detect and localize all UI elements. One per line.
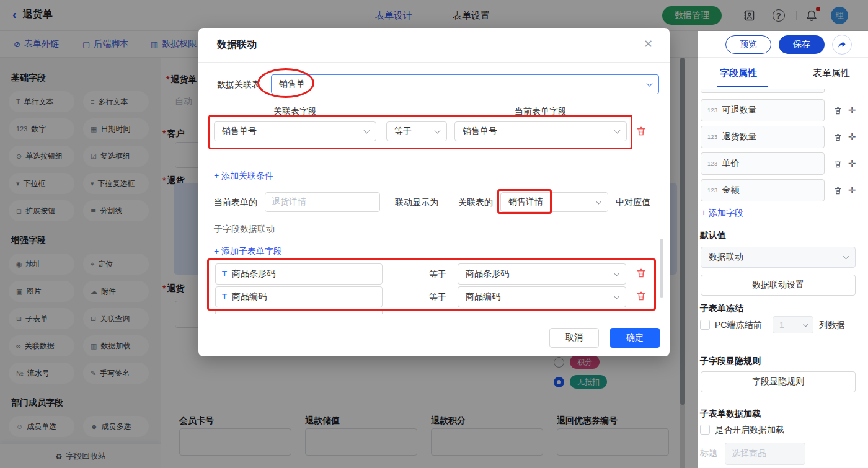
text-type-icon: T: [222, 293, 227, 302]
modal-title: 数据联动: [217, 38, 257, 51]
subfield-label: 金额: [722, 185, 740, 196]
save-button[interactable]: 保存: [779, 35, 825, 54]
default-value-label: 默认值: [700, 230, 726, 241]
subfield-item[interactable]: 123可退数量: [701, 99, 825, 121]
delete-subrow2-icon[interactable]: [636, 290, 647, 302]
current-field-placeholder: 退货详情: [272, 196, 306, 208]
linked-table-select[interactable]: 销售单: [271, 74, 659, 94]
subfield-label: 可退数量: [722, 105, 757, 116]
move-field-icon[interactable]: ✛: [846, 105, 857, 116]
subrow1-right-value: 商品条形码: [466, 268, 509, 280]
chevron-down-icon: [614, 293, 620, 299]
app-root: ‹ 退货单 表单设计 表单设置 数据管理 ? 理 ⊘ 表单外链 ▢ 后端脚本 ▥…: [0, 0, 868, 468]
condition-left-value: 销售单号: [222, 126, 257, 137]
subfield-item[interactable]: 123金额: [701, 179, 825, 201]
move-field-icon[interactable]: ✛: [846, 185, 857, 196]
delete-field-icon[interactable]: [832, 158, 843, 169]
subrow2-left-value: 商品编码: [232, 291, 267, 302]
title-value: 选择商品: [732, 448, 766, 459]
number-type-icon: 123: [707, 161, 718, 167]
tab-form-properties[interactable]: 表单属性: [813, 68, 850, 79]
divider: [198, 62, 670, 63]
chevron-down-icon: [803, 321, 809, 327]
text-type-icon: T: [222, 270, 227, 279]
title-label: 标题: [700, 448, 717, 459]
freeze-checkbox-label: PC端冻结前: [715, 320, 761, 331]
subrow2-right-select[interactable]: 商品编码: [458, 286, 626, 307]
related-field-value: 销售详情: [508, 196, 543, 208]
subrow2-left-field[interactable]: T商品编码: [215, 286, 383, 307]
subrow2-right-value: 商品编码: [466, 291, 500, 302]
subrow1-left-field[interactable]: T商品条形码: [215, 263, 383, 285]
tab-field-properties[interactable]: 字段属性: [720, 68, 757, 79]
default-value-select[interactable]: 数据联动: [701, 247, 856, 268]
data-load-checkbox[interactable]: [700, 425, 710, 435]
subrow3-right-clipped: [458, 309, 626, 314]
move-field-icon[interactable]: ✛: [846, 131, 857, 143]
add-field-link[interactable]: + 添加字段: [701, 208, 743, 219]
share-button[interactable]: [832, 35, 852, 55]
column-header-linked-field: 关联表字段: [214, 106, 376, 117]
condition-right-value: 销售单号: [463, 126, 497, 137]
freeze-count-select[interactable]: 1: [773, 316, 813, 333]
subrow1-left-value: 商品条形码: [232, 268, 275, 280]
chevron-down-icon: [647, 81, 653, 87]
modal-scrollbar-thumb[interactable]: [660, 239, 663, 298]
delete-subrow1-icon[interactable]: [636, 267, 647, 280]
number-type-icon: 123: [707, 134, 718, 140]
condition-left-select[interactable]: 销售单号: [214, 121, 376, 141]
number-type-icon: 123: [707, 107, 718, 113]
chevron-down-icon: [614, 128, 621, 134]
linked-table-label: 数据关联表: [217, 79, 260, 91]
subfield-item[interactable]: 123单价: [701, 152, 825, 175]
subform-freeze-label: 子表单冻结: [700, 303, 743, 314]
data-load-checkbox-label: 是否开启数据加载: [715, 425, 784, 436]
close-icon[interactable]: ✕: [644, 37, 653, 51]
subfield-item[interactable]: 123退货数量: [701, 126, 825, 148]
title-input-disabled: 选择商品: [725, 443, 805, 465]
subfield-label: 退货数量: [722, 131, 757, 143]
subform-data-load-label: 子表单数据加载: [700, 408, 761, 420]
freeze-suffix-label: 列数据: [819, 320, 845, 331]
field-visibility-rules-button[interactable]: 字段显隐规则: [701, 371, 856, 392]
subfield-label: 单价: [722, 158, 740, 169]
subfield-linkage-title: 子字段数据联动: [214, 224, 275, 235]
number-type-icon: 123: [707, 187, 718, 193]
chevron-down-icon: [614, 270, 620, 276]
confirm-button[interactable]: 确定: [610, 328, 660, 348]
active-tab-underline: [717, 86, 768, 87]
condition-op-value: 等于: [394, 126, 412, 137]
display-as-label: 联动显示为: [395, 197, 438, 208]
related-table-label: 关联表的: [458, 197, 493, 208]
current-field-input[interactable]: 退货详情: [265, 192, 380, 212]
freeze-count-value: 1: [779, 320, 784, 330]
delete-condition-icon[interactable]: [636, 125, 647, 138]
subrow1-op: 等于: [429, 269, 446, 280]
add-subform-field-link[interactable]: + 添加子表单字段: [214, 246, 282, 257]
subfield-item-clipped: [701, 89, 825, 93]
column-header-current-field: 当前表单字段: [454, 106, 627, 117]
move-field-icon[interactable]: ✛: [846, 158, 857, 169]
corresponding-value-label: 中对应值: [616, 197, 650, 208]
chevron-down-icon: [435, 128, 441, 134]
chevron-down-icon: [364, 128, 370, 134]
freeze-checkbox[interactable]: [700, 320, 710, 330]
delete-field-icon[interactable]: [832, 131, 843, 143]
related-field-select[interactable]: 销售详情: [500, 192, 608, 212]
chevron-down-icon: [596, 198, 602, 205]
delete-field-icon[interactable]: [832, 105, 843, 116]
current-form-label: 当前表单的: [214, 197, 257, 208]
data-linkage-settings-button[interactable]: 数据联动设置: [701, 275, 856, 296]
condition-op-select[interactable]: 等于: [386, 121, 447, 141]
cancel-button[interactable]: 取消: [549, 328, 599, 348]
default-value-text: 数据联动: [709, 252, 743, 263]
preview-button[interactable]: 预览: [725, 35, 771, 54]
data-linkage-modal: 数据联动 ✕ 数据关联表 销售单 关联表字段 当前表单字段 销售单号 等于 销售…: [198, 28, 670, 356]
linked-table-value: 销售单: [279, 79, 305, 90]
subrow1-right-select[interactable]: 商品条形码: [458, 263, 626, 285]
properties-panel: 字段属性 表单属性 123可退数量 ✛ 123退货数量 ✛ 123单价 ✛ 12…: [686, 58, 868, 468]
condition-right-select[interactable]: 销售单号: [454, 121, 627, 141]
delete-field-icon[interactable]: [832, 185, 843, 196]
add-condition-link[interactable]: + 添加关联条件: [214, 170, 273, 182]
subrow2-op: 等于: [429, 292, 446, 303]
